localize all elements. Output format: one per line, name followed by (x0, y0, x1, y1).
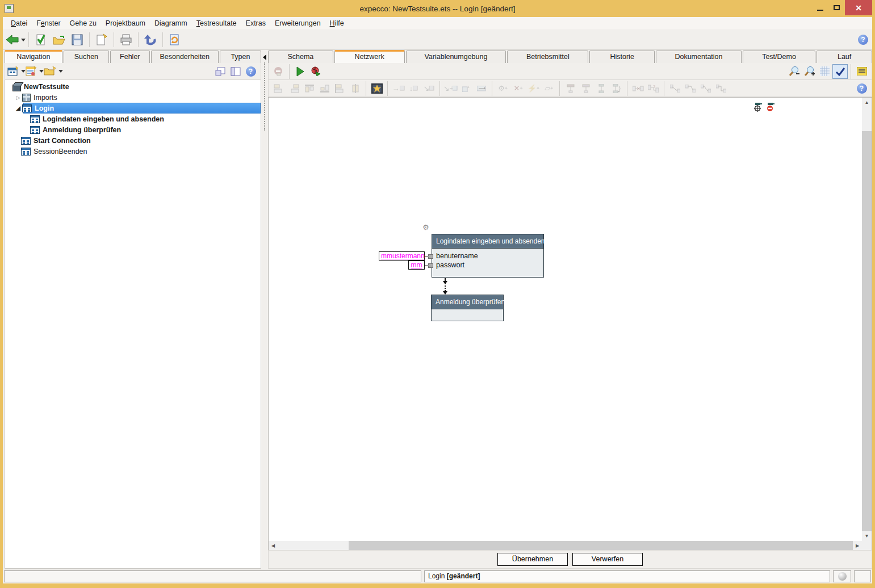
tab-test-demo[interactable]: Test/Demo (743, 51, 815, 63)
node-title[interactable]: Logindaten eingeben und absenden (432, 234, 543, 249)
menu-testresultate[interactable]: Testresultate (192, 18, 241, 29)
tab-historie[interactable]: Historie (589, 51, 655, 63)
input-value-passwort[interactable]: mm (408, 261, 425, 270)
menu-fenster[interactable]: Fenster (32, 18, 65, 29)
tab-netzwerk[interactable]: Netzwerk (334, 50, 405, 63)
input-pin-label-passwort[interactable]: passwort (432, 261, 543, 270)
network-canvas[interactable]: ⚙ Logindaten eingeben und absenden benut… (269, 98, 862, 541)
print-button[interactable] (117, 31, 135, 48)
minimize-button[interactable] (812, 0, 828, 15)
zoom-out-button[interactable] (786, 64, 802, 79)
tab-schema[interactable]: Schema (268, 51, 333, 63)
tab-variablenumgebung[interactable]: Variablenumgebung (406, 51, 506, 63)
pin-delete-icon[interactable]: ✕⌖ (510, 81, 526, 96)
tree-item-logindaten[interactable]: Logindaten eingeben und absenden (5, 114, 261, 124)
tab-lauf[interactable]: Lauf (817, 51, 872, 63)
undo-button[interactable] (141, 31, 160, 48)
help-button-network[interactable]: ? (854, 81, 869, 96)
connector-bottom-icon[interactable] (578, 81, 593, 96)
line-style-curve-icon[interactable] (698, 81, 713, 96)
tab-dokumentation[interactable]: Dokumentation (656, 51, 742, 63)
new-folder-button[interactable] (44, 63, 63, 80)
back-button[interactable] (6, 31, 26, 48)
splitter-handle[interactable] (264, 62, 265, 131)
auto-layout-button[interactable] (369, 81, 384, 96)
connection-delete-icon[interactable]: ✕ (630, 81, 646, 96)
maximize-button[interactable] (828, 0, 845, 15)
tree-item-newtestsuite[interactable]: NewTestsuite (5, 81, 261, 92)
tree-item-anmeldung[interactable]: Anmeldung überprüfen (5, 124, 261, 135)
show-grid-button[interactable] (817, 64, 832, 79)
menu-extras[interactable]: Extras (241, 18, 270, 29)
tab-fehler[interactable]: Fehler (110, 51, 150, 63)
menu-gehe-zu[interactable]: Gehe zu (65, 18, 101, 29)
menu-erweiterungen[interactable]: Erweiterungen (270, 18, 325, 29)
scroll-left-icon[interactable]: ◀ (269, 541, 278, 550)
back-dropdown-icon[interactable] (21, 39, 26, 41)
line-style-direct-icon[interactable] (667, 81, 683, 96)
move-into-icon[interactable]: → (391, 81, 406, 96)
overview-button[interactable] (854, 64, 869, 79)
snap-to-grid-button[interactable] (832, 64, 848, 79)
new-testcase-dropdown-icon[interactable] (21, 70, 26, 73)
expander-collapsed-icon[interactable]: ▷ (14, 95, 22, 100)
zoom-in-button[interactable] (802, 64, 817, 79)
tab-navigation[interactable]: Navigation (5, 50, 62, 63)
pin-trigger-icon[interactable]: ⚡⌖ (526, 81, 541, 96)
center-vertical-icon[interactable] (348, 81, 363, 96)
debug-button[interactable] (308, 64, 323, 79)
menu-projektbaum[interactable]: Projektbaum (101, 18, 150, 29)
align-left-icon[interactable] (271, 81, 286, 96)
accept-button[interactable] (32, 31, 50, 48)
vertical-scroll-thumb[interactable] (862, 107, 872, 131)
open-button[interactable] (50, 31, 68, 48)
tree-item-imports[interactable]: ▷ Imports (5, 92, 261, 103)
node-title[interactable]: Anmeldung überprüfen (432, 295, 503, 309)
input-pin-passwort[interactable] (428, 263, 433, 268)
tree-item-start-connection[interactable]: Start Connection (5, 135, 261, 146)
scroll-up-icon[interactable]: ▲ (862, 98, 872, 107)
run-button[interactable] (292, 64, 308, 79)
new-item-dropdown-icon[interactable] (39, 70, 44, 73)
line-style-orthogonal-icon[interactable] (713, 81, 729, 96)
remove-breakpoints-button[interactable] (271, 64, 286, 79)
detach-view-button[interactable] (212, 64, 228, 79)
vertical-scrollbar[interactable]: ▲ ▼ (862, 98, 872, 541)
apply-button[interactable]: Übernehmen (497, 553, 568, 566)
input-pin-label-benutername[interactable]: benutername (432, 251, 543, 261)
tab-suchen[interactable]: Suchen (64, 51, 109, 63)
input-pin-benutername[interactable] (428, 254, 433, 259)
connector-swap-icon[interactable] (609, 81, 624, 96)
menu-hilfe[interactable]: Hilfe (325, 18, 349, 29)
align-top-icon[interactable] (302, 81, 317, 96)
tab-besonderheiten[interactable]: Besonderheiten (151, 51, 219, 63)
horizontal-scroll-thumb[interactable] (278, 541, 349, 550)
new-testcase-button[interactable] (7, 63, 26, 80)
move-down-into-icon[interactable]: ↓ (406, 81, 421, 96)
add-output-icon[interactable] (474, 81, 489, 96)
connector-vertical-icon[interactable] (593, 81, 609, 96)
line-style-step-icon[interactable] (683, 81, 698, 96)
menu-diagramm[interactable]: Diagramm (150, 18, 192, 29)
center-horizontal-icon[interactable] (332, 81, 348, 96)
connector-top-icon[interactable] (563, 81, 578, 96)
help-button-left[interactable]: ? (243, 64, 258, 79)
align-bottom-icon[interactable] (317, 81, 332, 96)
add-step-icon[interactable]: ↘+ (443, 81, 458, 96)
panel-splitter[interactable] (261, 50, 268, 569)
pin-data-icon[interactable]: ▱⌖ (541, 81, 556, 96)
pin-move-marker-icon[interactable] (753, 102, 763, 112)
pin-block-marker-icon[interactable] (765, 102, 775, 112)
tab-typen[interactable]: Typen (220, 51, 261, 63)
save-button[interactable] (68, 31, 86, 48)
align-right-icon[interactable] (286, 81, 302, 96)
new-item-button[interactable] (26, 63, 44, 80)
help-button-main[interactable]: ? (854, 31, 872, 48)
tree-item-sessionbeenden[interactable]: SessionBeenden (5, 146, 261, 157)
tab-betriebsmittel[interactable]: Betriebsmittel (507, 51, 588, 63)
node-anmeldung[interactable]: Anmeldung überprüfen (431, 295, 504, 321)
menu-datei[interactable]: Datei (6, 18, 32, 29)
node-logindaten[interactable]: Logindaten eingeben und absenden benuter… (432, 234, 544, 278)
new-document-button[interactable] (93, 31, 111, 48)
reload-button[interactable] (166, 31, 184, 48)
